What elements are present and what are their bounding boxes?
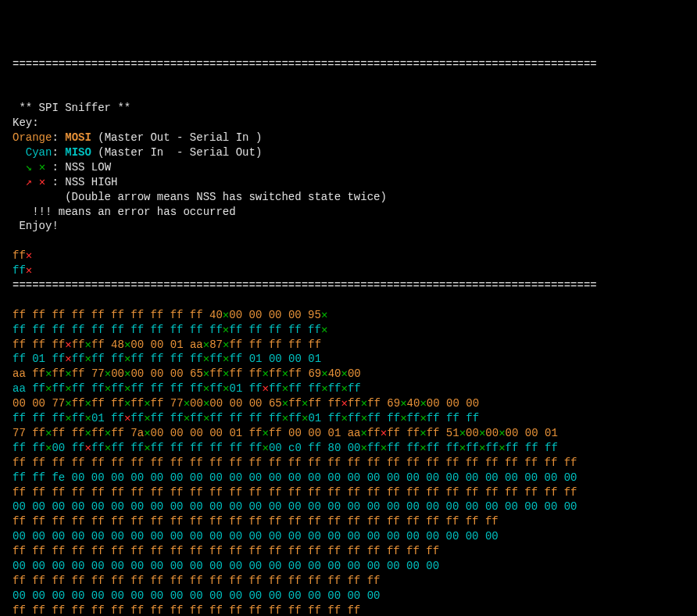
- hex-segment: ✕: [26, 264, 32, 277]
- hex-segment: 00 00 00: [427, 397, 479, 410]
- hex-segment: ✕: [361, 442, 367, 454]
- hex-segment: ff: [111, 382, 124, 395]
- hex-segment: ff: [72, 412, 85, 424]
- miso-label: MISO: [65, 146, 91, 159]
- hex-segment: ✕: [84, 412, 91, 424]
- hex-segment: ff: [13, 249, 26, 262]
- hex-segment: ✕: [282, 412, 288, 424]
- hex-segment: ✕: [420, 412, 426, 424]
- hex-segment: ff ff: [387, 442, 420, 454]
- hex-segment: ff ff ff: [427, 412, 479, 424]
- hex-segment: ✕: [84, 442, 91, 454]
- enjoy-text: Enjoy!: [13, 220, 59, 232]
- hex-segment: ff ff ff ff ff ff ff ff ff ff ff ff ff f…: [13, 457, 577, 469]
- hex-segment: ✕: [381, 442, 387, 454]
- hex-segment: ff: [348, 412, 361, 424]
- hex-segment: ✕: [65, 397, 71, 410]
- hex-segment: ✕: [321, 382, 327, 395]
- terminal-output: ========================================…: [13, 57, 684, 616]
- hex-segment: ff 01 00 00 01: [229, 353, 321, 365]
- hex-segment: ✕: [203, 382, 209, 395]
- hex-segment: ✕: [361, 397, 367, 410]
- hex-segment: ✕: [144, 427, 150, 439]
- hex-segment: ✕: [84, 338, 91, 351]
- hex-segment: ✕: [499, 427, 505, 439]
- hex-segment: ff: [288, 397, 302, 410]
- hex-segment: ✕: [84, 427, 91, 439]
- hex-segment: ff ff ff ff ff ff ff ff ff ff ff ff ff f…: [13, 545, 439, 557]
- hex-segment: ✕: [65, 382, 71, 395]
- hex-segment: ✕: [263, 367, 269, 380]
- hex-segment: ✕: [499, 442, 505, 454]
- hex-segment: ff ff ff ff ff ff ff ff ff ff 40: [13, 309, 223, 321]
- hex-segment: ✕: [65, 353, 71, 365]
- hex-segment: ff ff ff ff ff: [229, 338, 321, 351]
- hex-segment: 40: [407, 397, 420, 410]
- hex-segment: ff: [367, 427, 381, 439]
- hex-segment: ff: [130, 397, 144, 410]
- hex-segment: 00 00 00 00 95: [229, 309, 321, 321]
- hex-segment: ff 00 00 01 aa: [269, 427, 361, 439]
- hex-segment: ✕: [400, 397, 406, 410]
- hex-segment: ✕: [203, 367, 209, 380]
- hex-segment: ff 48: [91, 338, 124, 351]
- hex-segment: 00 00 00 65: [209, 397, 281, 410]
- hex-segment: ff ff: [288, 382, 321, 395]
- hex-segment: ff: [407, 412, 420, 424]
- hex-segment: ff ff: [308, 397, 341, 410]
- hex-segment: ff: [91, 442, 105, 454]
- hex-segment: ff 69: [367, 397, 400, 410]
- hex-segment: 00: [190, 397, 203, 410]
- hex-segment: ff ff ff ff ff ff ff ff ff ff ff ff ff f…: [13, 604, 360, 616]
- hex-segment: ✕: [321, 367, 327, 380]
- hex-segment: ✕: [321, 324, 327, 336]
- hex-segment: ff: [52, 382, 65, 395]
- mosi-desc: (Master Out - Serial In ): [91, 131, 262, 144]
- hex-segment: ff: [209, 382, 223, 395]
- hex-segment: ff ff ff ff: [209, 412, 281, 424]
- hex-segment: ff ff ff: [13, 412, 65, 424]
- hex-segment: ff: [52, 367, 65, 380]
- hex-segment: ff ff ff ff ff ff ff ff ff ff ff ff ff f…: [13, 575, 380, 587]
- hex-segment: 01 ff: [230, 382, 263, 395]
- hex-segment: ff ff ff ff ff ff ff ff ff ff ff ff ff f…: [13, 486, 577, 499]
- hex-segment: 00 00 00 00 00 00 00 00 00 00 00 00 00 0…: [13, 500, 577, 513]
- intro-data: ff✕ ff✕: [13, 249, 32, 277]
- hex-segment: ff ff: [427, 442, 459, 454]
- hex-segment: ff: [190, 412, 203, 424]
- hex-segment: ff ff: [230, 367, 263, 380]
- hex-segment: ✕: [420, 427, 426, 439]
- hex-segment: ✕: [361, 412, 367, 424]
- hex-segment: ✕: [65, 412, 71, 424]
- hex-segment: ff: [328, 382, 341, 395]
- hex-segment: ✕: [341, 367, 347, 380]
- hex-segment: 00: [466, 427, 479, 439]
- hex-segment: 00 00 01 aa: [130, 338, 202, 351]
- hex-segment: ✕: [105, 367, 111, 380]
- hex-segment: ✕: [203, 338, 209, 351]
- hex-segment: ✕: [84, 353, 91, 365]
- hex-segment: 00 00 00 00 00 00 00 00 00 00 00 00 00 0…: [13, 560, 439, 572]
- hex-segment: ✕: [262, 442, 268, 454]
- hex-segment: ff ff ff ff: [130, 382, 202, 395]
- hex-segment: ✕: [282, 397, 288, 410]
- hex-segment: ff: [269, 382, 282, 395]
- hex-segment: 40: [328, 367, 341, 380]
- hex-segment: ✕: [144, 412, 150, 424]
- hex-segment: ff 69: [288, 367, 321, 380]
- cyan-label: Cyan: [26, 146, 52, 159]
- hex-segment: ✕: [105, 427, 111, 439]
- hex-segment: 00 00 77: [13, 397, 65, 410]
- hex-segment: ✕: [65, 338, 71, 351]
- hex-segment: ff: [209, 353, 223, 365]
- hex-segment: ✕: [459, 427, 466, 439]
- hex-segment: ff ff: [72, 382, 105, 395]
- hex-segment: ff: [269, 367, 282, 380]
- hex-segment: 00 c0 ff 80 00: [269, 442, 361, 454]
- hex-segment: ff ff: [151, 412, 184, 424]
- hex-segment: ✕: [341, 412, 347, 424]
- hex-segment: ff: [288, 412, 302, 424]
- mosi-label: MOSI: [65, 131, 91, 144]
- hex-segment: aa ff: [13, 367, 45, 380]
- hex-segment: ✕: [263, 382, 269, 395]
